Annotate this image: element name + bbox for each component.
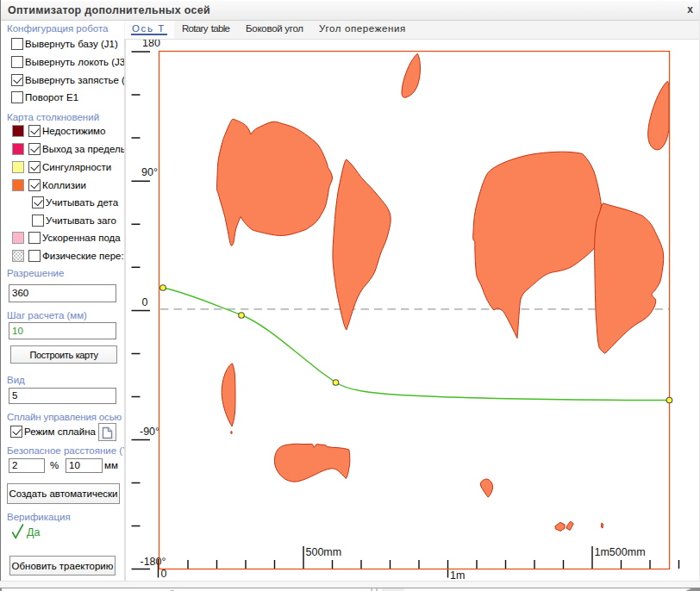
svg-text:0: 0 [142,296,148,308]
svg-text:-180°: -180° [141,556,166,568]
svg-text:1m: 1m [450,569,465,582]
svg-text:1m500mm: 1m500mm [595,546,646,558]
svg-text:180: 180 [142,40,160,49]
svg-text:-90°: -90° [140,426,159,438]
svg-text:500mm: 500mm [306,546,342,558]
svg-text:90°: 90° [141,166,158,178]
